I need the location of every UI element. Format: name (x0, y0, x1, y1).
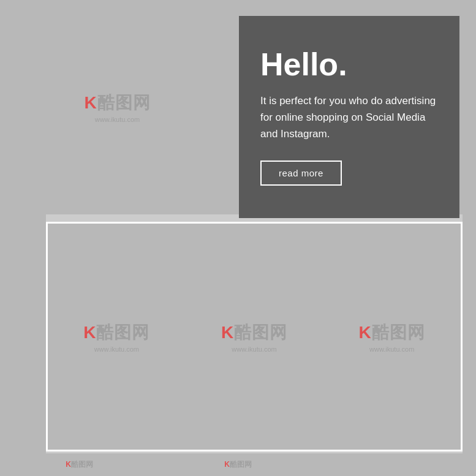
watermark-logo-6: K酷图网 (359, 321, 425, 344)
bottom-left-image: K酷图网 (0, 453, 159, 476)
read-more-button[interactable]: read more (260, 161, 342, 186)
side-right-image (463, 214, 476, 453)
bottom-center-image: K酷图网 (159, 453, 317, 476)
white-bordered-container: K酷图网 www.ikutu.com K酷图网 www.ikutu.com K酷… (46, 222, 463, 451)
watermark-url-6: www.ikutu.com (369, 346, 414, 353)
promo-panel: Hello. It is perfect for you who do adve… (239, 16, 459, 218)
middle-left-image: K酷图网 www.ikutu.com (48, 224, 186, 450)
bottom-row: K酷图网 K酷图网 (0, 453, 476, 476)
watermark-url-5: www.ikutu.com (232, 346, 276, 353)
panel-title: Hello. (260, 48, 347, 80)
middle-row: K酷图网 www.ikutu.com K酷图网 www.ikutu.com K酷… (0, 214, 476, 453)
watermark-logo: K酷图网 (84, 91, 150, 115)
main-grid: K酷图网 www.ikutu.com K酷图网 www.ikutu.com K酷… (0, 0, 476, 476)
middle-center-image: K酷图网 www.ikutu.com (186, 224, 323, 450)
watermark-logo-5: K酷图网 (221, 321, 287, 344)
side-left-image (0, 214, 46, 453)
watermark-logo-4: K酷图网 (83, 321, 149, 344)
top-left-image: K酷图网 www.ikutu.com (0, 0, 235, 214)
panel-description: It is perfect for you who do advertising… (260, 93, 438, 143)
watermark-url: www.ikutu.com (95, 116, 140, 123)
middle-right-image: K酷图网 www.ikutu.com (323, 224, 461, 450)
watermark-url-4: www.ikutu.com (94, 346, 139, 353)
bottom-right-image (317, 453, 476, 476)
